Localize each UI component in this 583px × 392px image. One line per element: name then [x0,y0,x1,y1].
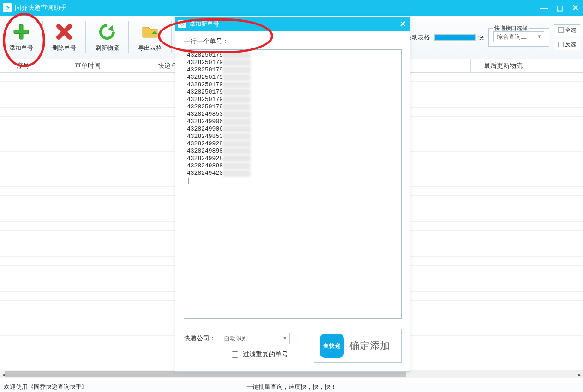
statusbar-center: 一键批量查询，速度快，快，快！ [246,383,337,391]
interface-select[interactable]: 综合查询二 [493,31,544,42]
select-all-button[interactable]: 全选 [554,24,580,36]
minimize-button[interactable]: — [538,2,550,14]
dialog-title: 添加新单号 [189,20,219,28]
blurred-digits [223,126,251,132]
toolbar-divider [171,21,172,53]
invert-icon [558,42,564,47]
speed-suffix: 快 [478,33,484,42]
toolbar-divider [42,21,43,53]
svg-rect-1 [14,30,29,34]
confirm-add-button[interactable]: 查快递 确定添加 [314,329,402,363]
tracking-number-line: 4328250179 [187,81,398,89]
export-table-label: 导出表格 [138,44,162,52]
select-all-icon [558,27,564,33]
column-header[interactable]: 序号 [0,59,46,72]
tracking-number-line: 4328250179 [187,103,398,111]
delete-number-button[interactable]: 删除单号 [46,18,83,57]
add-number-label: 添加单号 [9,44,33,52]
tracking-number-line: 4328249420 [187,170,398,177]
tracking-number-line: 4328249898 [187,148,398,155]
dialog-titlebar: ⟳ 添加新单号 ✕ [175,17,410,31]
toolbar-divider [128,21,129,53]
blurred-digits [223,133,251,140]
invert-selection-button[interactable]: 反选 [554,39,580,50]
interface-group: 快递接口选择 综合查询二 [488,28,549,47]
tracking-numbers-textarea[interactable]: 4328250179432825017943282501794328250179… [184,49,402,319]
tracking-number-line: 4328249906 [187,125,398,133]
plus-icon [12,23,30,41]
blurred-digits [223,104,251,110]
confirm-logo-icon: 查快递 [320,334,344,358]
tracking-number-line: 4328250179 [187,66,398,74]
select-all-label: 全选 [565,26,576,34]
dedupe-label: 过滤重复的单号 [243,350,288,359]
tracking-number-line: 4328249928 [187,140,398,148]
blurred-digits [223,52,251,59]
delete-number-label: 删除单号 [52,44,76,52]
add-number-button[interactable]: 添加单号 [3,18,40,57]
column-header[interactable]: 查单时间 [46,59,129,72]
tracking-number-line: 4328250179 [187,52,398,59]
tracking-number-line: 4328249906 [187,118,398,125]
dedupe-checkbox[interactable] [232,351,238,358]
delete-cross-icon [55,23,73,41]
main-titlebar: ⟳ 固乔快递查询助手 — ◻ ✕ [0,0,583,16]
blurred-digits [223,148,251,154]
input-label: 一行一个单号： [184,37,402,46]
app-title: 固乔快递查询助手 [15,4,66,12]
blurred-digits [223,59,251,66]
tracking-number-line: 4328249898 [187,162,398,170]
statusbar-left: 欢迎使用《固乔快递查询快手》 [4,383,88,391]
export-table-button[interactable]: 导出表格 [132,18,168,57]
speed-progressbar [434,34,476,41]
company-label: 快递公司： [184,334,216,343]
blurred-digits [223,111,251,118]
tracking-number-line: 4328249928 [187,155,398,162]
blurred-digits [223,96,251,103]
blurred-digits [223,119,251,125]
blurred-digits [223,155,251,162]
tracking-number-line: 4328249853 [187,133,398,140]
column-header[interactable]: 最后更新物流 [471,59,535,72]
add-number-dialog: ⟳ 添加新单号 ✕ 一行一个单号： 4328250179432825017943… [175,17,410,372]
export-folder-icon [141,23,159,41]
app-icon: ⟳ [3,3,12,12]
close-button[interactable]: ✕ [569,2,581,14]
scroll-thumb[interactable] [5,371,406,377]
tracking-number-line: 4328249853 [187,111,398,118]
tracking-number-line: 4328250179 [187,59,398,66]
blurred-digits [223,74,251,81]
company-select[interactable]: 自动识别 [221,333,290,344]
confirm-add-label: 确定添加 [349,339,390,353]
tracking-number-line: 4328250179 [187,89,398,96]
blurred-digits [223,82,251,88]
refresh-logistics-button[interactable]: 刷新物流 [89,18,126,57]
refresh-icon [98,23,116,41]
blurred-digits [223,89,251,95]
tracking-number-line: 4328250179 [187,96,398,103]
refresh-logistics-label: 刷新物流 [95,44,119,52]
tracking-number-line: 4328250179 [187,74,398,81]
blurred-digits [223,163,251,169]
dialog-icon: ⟳ [178,20,186,28]
invert-label: 反选 [565,41,576,48]
statusbar: 欢迎使用《固乔快递查询快手》 一键批量查询，速度快，快，快！ [0,381,583,392]
blurred-digits [223,170,251,177]
blurred-digits [223,67,251,73]
scroll-right-arrow[interactable]: ▸ [576,370,583,378]
toolbar-divider [85,21,86,53]
blurred-digits [223,141,251,147]
maximize-button[interactable]: ◻ [553,2,565,14]
confirm-logo-text: 查快递 [323,342,341,350]
dialog-close-button[interactable]: ✕ [399,19,406,29]
